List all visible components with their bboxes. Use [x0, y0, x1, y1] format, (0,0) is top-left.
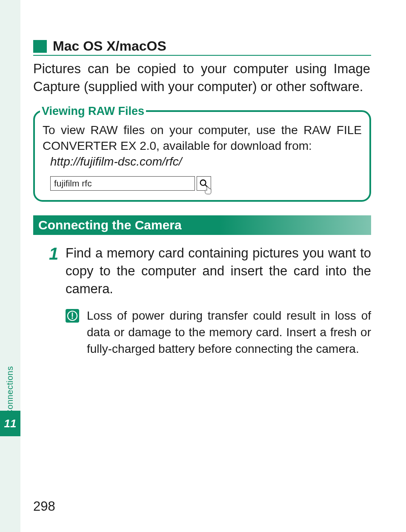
search-input[interactable] — [50, 176, 195, 191]
caution-block: Loss of power during transfer could resu… — [33, 307, 371, 358]
page-number: 298 — [33, 499, 55, 514]
side-section-label: Connections — [5, 366, 15, 416]
callout-body-text: To view RAW files on your computer, use … — [43, 122, 362, 154]
section-title-text: Connecting the Camera — [38, 218, 182, 232]
page-content: Mac OS X/macOS Pictures can be copied to… — [20, 0, 406, 374]
subheading-text: Mac OS X/macOS — [53, 38, 166, 54]
left-margin-strip: Connections 11 — [0, 0, 20, 532]
search-button[interactable] — [197, 176, 211, 191]
callout-url: http://fujifilm-dsc.com/rfc/ — [43, 155, 362, 169]
callout-box: Viewing RAW Files To view RAW files on y… — [33, 110, 371, 202]
step-1: 1 Find a memory card containing pictures… — [33, 244, 371, 298]
search-row — [43, 176, 362, 191]
intro-paragraph: Pictures can be copied to your computer … — [33, 60, 371, 96]
callout-title: Viewing RAW Files — [40, 105, 146, 118]
step-number: 1 — [45, 244, 62, 262]
caution-icon — [66, 309, 79, 323]
caution-text: Loss of power during transfer could resu… — [79, 307, 371, 358]
heading-bullet-square — [33, 40, 47, 53]
step-text: Find a memory card containing pictures y… — [62, 244, 371, 298]
svg-point-4 — [71, 317, 73, 319]
pointer-cursor-icon — [204, 186, 213, 195]
section-title-bar: Connecting the Camera — [33, 215, 371, 235]
side-chapter-tab: 11 — [0, 411, 20, 436]
subheading-row: Mac OS X/macOS — [33, 38, 371, 56]
side-chapter-number: 11 — [4, 417, 17, 430]
svg-point-0 — [200, 180, 206, 186]
